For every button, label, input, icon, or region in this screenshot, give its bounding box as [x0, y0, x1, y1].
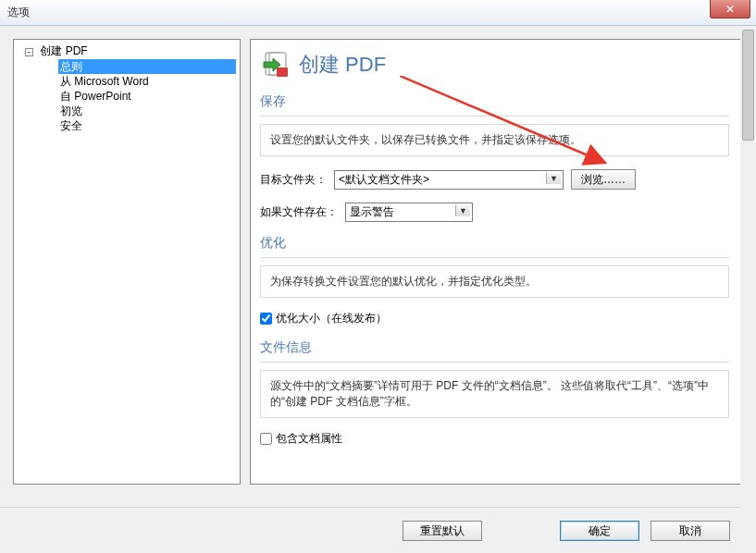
- target-folder-select[interactable]: [334, 170, 564, 190]
- svg-rect-2: [277, 68, 288, 77]
- include-props-label: 包含文档属性: [276, 431, 342, 447]
- optimize-size-checkbox[interactable]: [260, 313, 272, 325]
- fileinfo-section-title: 文件信息: [260, 339, 729, 356]
- include-props-checkbox-row[interactable]: 包含文档属性: [260, 431, 729, 447]
- page-header: 创建 PDF: [260, 49, 729, 80]
- page-title: 创建 PDF: [299, 51, 386, 79]
- divider: [260, 116, 729, 117]
- tree-toggle-icon[interactable]: -: [25, 48, 33, 56]
- reset-defaults-button[interactable]: 重置默认: [403, 521, 482, 541]
- save-section: 保存 设置您的默认文件夹，以保存已转换文件，并指定该保存选项。 目标文件夹： 浏…: [260, 93, 729, 222]
- divider: [260, 257, 729, 258]
- tree-item-preview[interactable]: 初览: [58, 104, 236, 118]
- tree-panel: - 创建 PDF 总则 从 Microsoft Word 自 PowerPoin…: [13, 39, 241, 485]
- target-folder-row: 目标文件夹： 浏览……: [260, 169, 729, 190]
- tree-item-general[interactable]: 总则: [58, 59, 236, 74]
- save-description: 设置您的默认文件夹，以保存已转换文件，并指定该保存选项。: [260, 124, 729, 156]
- file-exists-label: 如果文件存在：: [260, 204, 338, 220]
- close-button[interactable]: ✕: [710, 0, 750, 18]
- browse-button[interactable]: 浏览……: [571, 169, 636, 190]
- tree-item-word[interactable]: 从 Microsoft Word: [58, 74, 236, 89]
- tree-root: - 创建 PDF 总则 从 Microsoft Word 自 PowerPoin…: [18, 43, 236, 133]
- content-panel: 创建 PDF 保存 设置您的默认文件夹，以保存已转换文件，并指定该保存选项。 目…: [250, 39, 743, 485]
- save-section-title: 保存: [260, 93, 729, 110]
- file-exists-select[interactable]: [345, 203, 473, 222]
- optimize-section: 优化 为保存转换文件设置您的默认优化，并指定优化类型。 优化大小（在线发布）: [260, 235, 729, 326]
- divider: [260, 362, 729, 363]
- optimize-section-title: 优化: [260, 235, 729, 252]
- file-exists-row: 如果文件存在：: [260, 203, 729, 222]
- main-area: - 创建 PDF 总则 从 Microsoft Word 自 PowerPoin…: [0, 26, 756, 498]
- optimize-size-label: 优化大小（在线发布）: [276, 311, 387, 326]
- fileinfo-description: 源文件中的“文档摘要”详情可用于 PDF 文件的“文档信息”。 这些值将取代“工…: [260, 370, 729, 418]
- button-bar: 重置默认 确定 取消: [0, 507, 756, 553]
- create-pdf-icon: [260, 49, 291, 80]
- tree-children: 总则 从 Microsoft Word 自 PowerPoint 初览 安全: [25, 59, 236, 133]
- include-props-checkbox[interactable]: [260, 433, 272, 445]
- outer-scrollbar[interactable]: [740, 26, 756, 553]
- tree-root-label[interactable]: 创建 PDF: [40, 44, 87, 57]
- optimize-description: 为保存转换文件设置您的默认优化，并指定优化类型。: [260, 265, 729, 298]
- close-icon: ✕: [725, 3, 735, 16]
- tree-item-security[interactable]: 安全: [58, 118, 236, 133]
- fileinfo-section: 文件信息 源文件中的“文档摘要”详情可用于 PDF 文件的“文档信息”。 这些值…: [260, 339, 729, 447]
- ok-button[interactable]: 确定: [560, 521, 639, 541]
- cancel-button[interactable]: 取消: [651, 521, 730, 541]
- titlebar: 选项 ✕: [0, 0, 756, 26]
- outer-scrollbar-thumb[interactable]: [742, 30, 754, 141]
- tree-item-powerpoint[interactable]: 自 PowerPoint: [58, 89, 236, 104]
- optimize-size-checkbox-row[interactable]: 优化大小（在线发布）: [260, 311, 729, 326]
- target-folder-label: 目标文件夹：: [260, 172, 327, 188]
- window-title: 选项: [7, 5, 30, 20]
